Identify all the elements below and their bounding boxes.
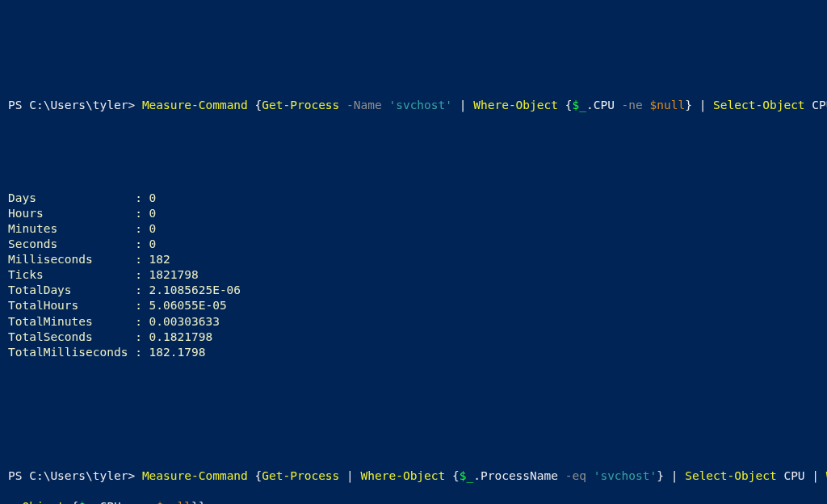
output-key: TotalSeconds — [8, 330, 135, 345]
cmd-token: Where-Object — [361, 469, 446, 482]
command-line-2-wrap: e-Object {$_.CPU -ne $null}} — [8, 499, 827, 504]
output-value: 0.00303633 — [149, 314, 220, 330]
output-sep: : — [135, 330, 149, 345]
output-block-1: Days: 0Hours: 0Minutes: 0Seconds: 0Milli… — [8, 191, 827, 360]
output-sep: : — [135, 314, 149, 330]
output-key: Milliseconds — [8, 252, 135, 267]
output-value: 0.1821798 — [149, 330, 213, 345]
output-key: Hours — [8, 206, 135, 221]
output-sep: : — [135, 237, 149, 252]
cmd-token: .CPU — [586, 99, 622, 111]
cmd-token: $null — [650, 99, 686, 111]
output-row: TotalDays: 2.1085625E-06 — [8, 283, 827, 298]
cmd-token: CPU} — [805, 99, 827, 111]
cmd-token: Measure-Command — [142, 469, 248, 482]
cmd-token: Select-Object — [713, 99, 805, 111]
output-sep: : — [135, 345, 149, 360]
cmd-token: Where-Object — [473, 99, 558, 111]
cmd-token: .CPU — [93, 500, 128, 504]
output-sep: : — [135, 252, 149, 267]
output-sep: : — [135, 298, 149, 313]
output-row: Seconds: 0 — [8, 237, 827, 252]
prompt: PS C:\Users\tyler> — [8, 99, 142, 111]
prompt: PS C:\Users\tyler> — [8, 469, 142, 482]
terminal-area[interactable]: PS C:\Users\tyler> Measure-Command {Get-… — [8, 67, 827, 505]
output-sep: : — [135, 267, 149, 283]
output-key: TotalMilliseconds — [8, 345, 135, 360]
output-value: 0 — [149, 206, 157, 221]
output-value: 0 — [149, 237, 157, 252]
cmd-token: -Name — [346, 99, 382, 111]
blank-line — [8, 159, 827, 174]
output-key: Seconds — [8, 237, 135, 252]
output-row: TotalHours: 5.06055E-05 — [8, 298, 827, 313]
output-key: Ticks — [8, 267, 135, 283]
output-sep: : — [135, 206, 149, 221]
output-key: TotalDays — [8, 283, 135, 298]
cmd-token: } | — [685, 99, 713, 111]
cmd-token: { — [445, 469, 459, 482]
cmd-token: { — [558, 99, 572, 111]
cmd-token — [339, 99, 346, 111]
output-sep: : — [135, 191, 149, 206]
cmd-token: } | — [657, 469, 685, 482]
output-value: 2.1085625E-06 — [149, 283, 241, 298]
blank-line — [8, 438, 827, 453]
output-row: Minutes: 0 — [8, 221, 827, 237]
cmd-token: -ne — [128, 500, 149, 504]
cmd-token: | — [339, 469, 360, 482]
cmd-token: $null — [156, 500, 191, 504]
output-row: TotalMinutes: 0.00303633 — [8, 314, 827, 330]
cmd-token: -eq — [565, 469, 586, 482]
output-row: Days: 0 — [8, 191, 827, 206]
cmd-token: $_ — [572, 99, 586, 111]
output-value: 1821798 — [149, 267, 199, 283]
output-value: 0 — [149, 221, 157, 237]
cmd-token: .ProcessName — [473, 469, 565, 482]
output-key: Days — [8, 191, 135, 206]
cmd-token: }} — [191, 500, 205, 504]
cmd-token — [586, 469, 594, 482]
output-key: TotalHours — [8, 298, 135, 313]
output-key: TotalMinutes — [8, 314, 135, 330]
cmd-token — [643, 99, 650, 111]
cmd-token: Get-Process — [262, 469, 339, 482]
command-line-2: PS C:\Users\tyler> Measure-Command {Get-… — [8, 468, 827, 484]
cmd-token: { — [248, 99, 262, 111]
blank-line — [8, 128, 827, 144]
cmd-token: { — [65, 500, 78, 504]
output-value: 0 — [149, 191, 157, 206]
cmd-token: | — [452, 99, 473, 111]
output-row: Milliseconds: 182 — [8, 252, 827, 267]
output-sep: : — [135, 221, 149, 237]
cmd-token: { — [248, 469, 262, 482]
cmd-token: Select-Object — [685, 469, 777, 482]
cmd-token: $_ — [460, 469, 473, 482]
output-value: 182.1798 — [149, 345, 206, 360]
cmd-token: Measure-Command — [142, 99, 248, 111]
command-line-1: PS C:\Users\tyler> Measure-Command {Get-… — [8, 98, 827, 113]
cmd-token: CPU | — [777, 469, 826, 482]
output-row: Hours: 0 — [8, 206, 827, 221]
output-value: 182 — [149, 252, 170, 267]
cmd-token: e-Object — [8, 500, 65, 504]
cmd-token: 'svchost' — [594, 469, 657, 482]
output-row: TotalSeconds: 0.1821798 — [8, 330, 827, 345]
output-value: 5.06055E-05 — [149, 298, 227, 313]
output-row: TotalMilliseconds: 182.1798 — [8, 345, 827, 360]
blank-line — [8, 376, 827, 391]
cmd-token: 'svchost' — [388, 99, 452, 111]
blank-line — [8, 406, 827, 422]
cmd-token: $_ — [78, 500, 92, 504]
output-key: Minutes — [8, 221, 135, 237]
cmd-token: Get-Process — [262, 99, 339, 111]
output-row: Ticks: 1821798 — [8, 267, 827, 283]
cmd-token: -ne — [622, 99, 643, 111]
output-sep: : — [135, 283, 149, 298]
